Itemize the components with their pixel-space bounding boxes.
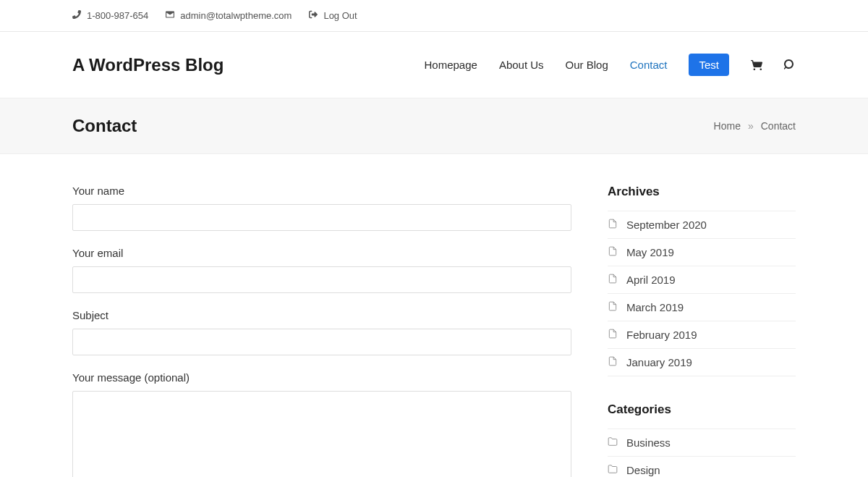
search-icon[interactable] <box>784 59 796 71</box>
archives-item-label: March 2019 <box>626 301 684 313</box>
nav-blog[interactable]: Our Blog <box>566 59 608 71</box>
envelope-icon <box>166 10 174 21</box>
topbar-email-text: admin@totalwptheme.com <box>180 10 292 21</box>
categories-item-label: Business <box>626 436 671 449</box>
categories-title: Categories <box>608 402 796 417</box>
categories-item-label: Design <box>626 464 660 476</box>
page-title-bar: Contact Home » Contact <box>0 98 868 154</box>
nav-about[interactable]: About Us <box>499 59 544 71</box>
archives-item-label: May 2019 <box>626 246 674 258</box>
logout-link[interactable]: Log Out <box>309 10 357 21</box>
categories-item[interactable]: Design <box>608 457 796 477</box>
message-textarea[interactable] <box>72 391 571 477</box>
file-icon <box>608 329 618 341</box>
message-label: Your message (optional) <box>72 371 571 384</box>
file-icon <box>608 274 618 286</box>
topbar-phone[interactable]: 1-800-987-654 <box>72 10 148 21</box>
breadcrumb-current: Contact <box>761 120 796 132</box>
topbar-phone-text: 1-800-987-654 <box>87 10 148 21</box>
nav-test-button[interactable]: Test <box>689 54 729 76</box>
archives-item[interactable]: January 2019 <box>608 349 796 376</box>
logout-text: Log Out <box>323 10 357 21</box>
categories-list: Business Design <box>608 429 796 477</box>
archives-item[interactable]: March 2019 <box>608 294 796 321</box>
archives-item[interactable]: April 2019 <box>608 266 796 294</box>
archives-title: Archives <box>608 185 796 199</box>
phone-icon <box>72 10 81 21</box>
archives-list: September 2020 May 2019 April 2019 March… <box>608 211 796 376</box>
email-input[interactable] <box>72 266 571 293</box>
breadcrumb: Home » Contact <box>714 120 796 132</box>
folder-icon <box>608 436 618 449</box>
name-input[interactable] <box>72 204 571 231</box>
cart-icon[interactable] <box>751 59 762 71</box>
contact-form: Your name Your email Subject Your messag… <box>72 185 571 477</box>
site-title[interactable]: A WordPress Blog <box>72 55 224 75</box>
nav-contact[interactable]: Contact <box>630 59 668 71</box>
breadcrumb-home[interactable]: Home <box>714 120 741 132</box>
file-icon <box>608 246 618 258</box>
name-label: Your name <box>72 185 571 197</box>
categories-widget: Categories Business Design <box>608 402 796 477</box>
nav-homepage[interactable]: Homepage <box>424 59 477 71</box>
file-icon <box>608 356 618 368</box>
breadcrumb-separator: » <box>748 120 754 132</box>
sidebar: Archives September 2020 May 2019 April 2… <box>608 185 796 477</box>
topbar: 1-800-987-654 admin@totalwptheme.com Log… <box>0 0 868 32</box>
file-icon <box>608 219 618 231</box>
subject-input[interactable] <box>72 329 571 355</box>
archives-item[interactable]: May 2019 <box>608 239 796 266</box>
archives-item-label: February 2019 <box>626 329 697 341</box>
archives-item[interactable]: February 2019 <box>608 321 796 349</box>
email-label: Your email <box>72 247 571 259</box>
file-icon <box>608 301 618 313</box>
main-nav: Homepage About Us Our Blog Contact Test <box>424 54 796 76</box>
archives-item-label: January 2019 <box>626 356 692 368</box>
archives-item[interactable]: September 2020 <box>608 211 796 239</box>
subject-label: Subject <box>72 309 571 321</box>
folder-icon <box>608 464 618 476</box>
site-header: A WordPress Blog Homepage About Us Our B… <box>0 32 868 98</box>
archives-item-label: September 2020 <box>626 219 707 231</box>
topbar-email[interactable]: admin@totalwptheme.com <box>166 10 292 21</box>
archives-widget: Archives September 2020 May 2019 April 2… <box>608 185 796 376</box>
logout-icon <box>309 10 318 21</box>
archives-item-label: April 2019 <box>626 274 676 286</box>
page-title: Contact <box>72 116 137 136</box>
categories-item[interactable]: Business <box>608 429 796 457</box>
